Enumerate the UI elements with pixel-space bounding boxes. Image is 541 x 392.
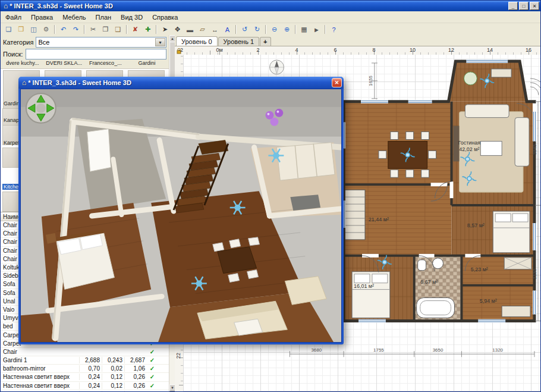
menu-item-0[interactable]: Файл xyxy=(1,12,26,22)
cut-icon[interactable]: ✂ xyxy=(87,24,99,35)
paste-icon[interactable]: ❑ xyxy=(112,24,124,35)
create-photo-icon[interactable]: ▦ xyxy=(298,24,310,35)
minimize-button[interactable]: _ xyxy=(508,2,518,10)
visible-checkbox[interactable]: ✓ xyxy=(147,391,158,391)
level-tabs: Уровень 0Уровень 1+ xyxy=(175,35,540,46)
visible-checkbox[interactable]: ✓ xyxy=(147,365,158,372)
catalog-item-label[interactable]: Karpet xyxy=(2,140,21,146)
new-document-icon[interactable]: ❏ xyxy=(3,24,14,35)
toolbar: ❏❒◫⚙↶↷✂❐❑✘✚➤✥▬▱↔A↺↻⊖⊕▦►? xyxy=(1,23,540,36)
menu-bar: ФайлПравкаМебельПланВид 3DСправка xyxy=(1,11,540,23)
menu-item-3[interactable]: План xyxy=(91,12,117,22)
furniture-depth: 0,20 xyxy=(102,391,124,391)
ruler-mark: 22 xyxy=(175,353,181,359)
viewer-3d-title: * INTER_3.sh3d - Sweet Home 3D xyxy=(28,79,332,86)
tab-level-0[interactable]: Уровень 0 xyxy=(176,36,218,46)
ruler-mark: 6 xyxy=(334,47,336,53)
create-walls-icon[interactable]: ▬ xyxy=(184,24,196,35)
furniture-row[interactable]: Настенная светит вверх0,240,120,26✓ xyxy=(1,373,169,381)
ruler-mark: 2 xyxy=(256,47,259,53)
furniture-name: Настенная светит вверх xyxy=(1,374,79,380)
category-row: Категория Все ▼ xyxy=(3,37,166,48)
visible-checkbox[interactable]: ✓ xyxy=(147,357,158,363)
furniture-row[interactable]: bathroom-mirror0,700,021,06✓ xyxy=(1,365,169,373)
viewer-close-button[interactable]: ✕ xyxy=(332,78,342,87)
catalog-item-label[interactable]: dvere kuchy... xyxy=(2,60,43,68)
3d-render xyxy=(21,89,341,342)
zoom-out-icon[interactable]: ⊖ xyxy=(269,24,280,35)
pan-hand-icon[interactable]: ✥ xyxy=(172,24,183,35)
toolbar-separator xyxy=(126,25,127,34)
chevron-down-icon[interactable]: ▼ xyxy=(155,38,165,46)
tab-level-1[interactable]: Уровень 1 xyxy=(218,37,260,46)
create-dimensions-icon[interactable]: ↔ xyxy=(209,24,221,35)
menu-item-1[interactable]: Правка xyxy=(26,12,58,22)
catalog-item-label[interactable]: Gardini xyxy=(126,60,168,68)
toolbar-separator xyxy=(235,25,237,34)
undo-icon[interactable]: ↶ xyxy=(58,24,69,35)
rotate-ccw-icon[interactable]: ↺ xyxy=(239,24,250,35)
viewer-3d-title-bar[interactable]: ⌂ * INTER_3.sh3d - Sweet Home 3D ✕ xyxy=(18,77,344,89)
furniture-name: Gardini 1 xyxy=(1,357,79,363)
preferences-icon[interactable]: ⚙ xyxy=(40,24,52,35)
save-icon[interactable]: ◫ xyxy=(28,24,39,35)
menu-item-4[interactable]: Вид 3D xyxy=(116,12,147,22)
toolbar-separator xyxy=(265,25,266,34)
visible-checkbox[interactable]: ✓ xyxy=(147,349,158,355)
copy-icon[interactable]: ❐ xyxy=(100,24,111,35)
category-value: Все xyxy=(38,39,49,46)
viewer-3d-window[interactable]: ⌂ * INTER_3.sh3d - Sweet Home 3D ✕ xyxy=(18,77,344,344)
add-level-tab[interactable]: + xyxy=(260,37,270,46)
create-rooms-icon[interactable]: ▱ xyxy=(197,24,208,35)
maximize-button[interactable]: □ xyxy=(519,2,529,10)
furniture-width: 0,70 xyxy=(79,365,102,372)
menu-item-5[interactable]: Справка xyxy=(147,12,183,22)
category-combobox[interactable]: Все ▼ xyxy=(36,37,166,48)
catalog-item-label[interactable]: Francesco_... xyxy=(85,60,127,68)
app-icon: ⌂ xyxy=(4,2,8,10)
visible-checkbox[interactable]: ✓ xyxy=(147,374,158,380)
viewer-3d-canvas[interactable] xyxy=(20,89,342,343)
catalog-item-label[interactable]: DVERI SKLA... xyxy=(43,60,85,68)
ruler-mark: 0м xyxy=(216,47,222,53)
redo-icon[interactable]: ↷ xyxy=(70,24,81,35)
delete-icon[interactable]: ✘ xyxy=(130,24,141,35)
rotate-cw-icon[interactable]: ↻ xyxy=(251,24,263,35)
toolbar-separator xyxy=(156,25,157,34)
app-window: ⌂ * INTER_3.sh3d - Sweet Home 3D _ □ ✕ Ф… xyxy=(0,0,541,392)
create-text-icon[interactable]: A xyxy=(222,24,233,35)
create-video-icon[interactable]: ► xyxy=(311,24,322,35)
ruler-mark: 16 xyxy=(526,47,531,53)
furniture-depth: 0,02 xyxy=(102,365,124,372)
catalog-top-labels: dvere kuchy...DVERI SKLA...Francesco_...… xyxy=(2,60,168,68)
dimension-label: 1320 xyxy=(492,347,503,353)
select-arrow-icon[interactable]: ➤ xyxy=(159,24,171,35)
room-area-label: 16,01 м² xyxy=(354,283,374,289)
open-folder-icon[interactable]: ❒ xyxy=(15,24,27,35)
furniture-row[interactable]: Gardini 12,6880,2432,687✓ xyxy=(1,356,169,365)
menu-item-2[interactable]: Мебель xyxy=(58,12,90,22)
furniture-height: 2,687 xyxy=(124,357,147,363)
furniture-name: lamp06 xyxy=(1,391,79,391)
furniture-row[interactable]: Настенная светит вверх0,240,120,26✓ xyxy=(1,382,169,390)
search-label: Поиск: xyxy=(3,51,23,58)
furniture-row[interactable]: Chair✓ xyxy=(1,348,169,356)
furniture-row[interactable]: lamp060,200,200,414✓ xyxy=(1,390,169,391)
furniture-name: Chair xyxy=(1,349,79,355)
dimension-label: 3845 xyxy=(532,144,537,155)
room-area-label: 6,67 м² xyxy=(420,279,438,285)
dimension-label: 1655 xyxy=(368,75,373,86)
toolbar-separator xyxy=(54,25,55,34)
furniture-height: 0,414 xyxy=(124,391,147,391)
room-area-label: 5,94 м² xyxy=(480,298,497,304)
add-furniture-icon[interactable]: ✚ xyxy=(142,24,153,35)
close-button[interactable]: ✕ xyxy=(530,2,539,10)
navigation-compass[interactable] xyxy=(26,93,56,123)
search-input[interactable] xyxy=(26,49,166,59)
zoom-in-icon[interactable]: ⊕ xyxy=(281,24,292,35)
visible-checkbox[interactable]: ✓ xyxy=(147,382,158,389)
app-icon: ⌂ xyxy=(22,79,26,86)
room-area-label: 42,02 м² xyxy=(459,146,479,152)
help-icon[interactable]: ? xyxy=(328,24,339,35)
furniture-height: 0,26 xyxy=(124,374,147,380)
